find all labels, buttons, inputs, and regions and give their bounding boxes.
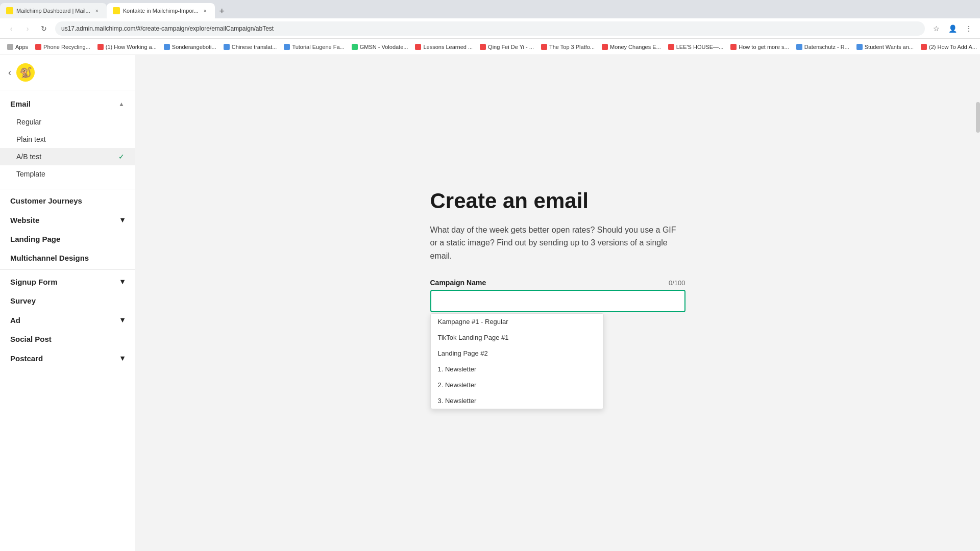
customer-journeys-label: Customer Journeys: [10, 196, 82, 205]
ad-label: Ad: [10, 316, 20, 324]
menu-button[interactable]: ⋮: [962, 21, 976, 36]
bookmark-label: Qing Fei De Yi - ...: [488, 44, 534, 50]
social-post-label: Social Post: [10, 335, 52, 343]
browser-tab-2[interactable]: Kontakte in Mailchimp-Impor... ×: [107, 3, 215, 18]
postcard-chevron-icon: ▾: [120, 354, 125, 363]
sidebar-item-template-label: Template: [16, 170, 45, 178]
autocomplete-item-3[interactable]: Landing Page #2: [431, 345, 603, 361]
email-section-header[interactable]: Email ▲: [0, 94, 135, 113]
bookmark-favicon: [284, 44, 290, 50]
browser-wrapper: Mailchimp Dashboard | Mail... × Kontakte…: [0, 0, 980, 551]
autocomplete-item-1[interactable]: Kampagne #1 - Regular: [431, 314, 603, 330]
bookmark-favicon: [7, 44, 13, 50]
sidebar-item-signup-form[interactable]: Signup Form ▾: [0, 272, 135, 291]
bookmark-label: LEE'S HOUSE—...: [676, 44, 724, 50]
bookmark-item[interactable]: (2) How To Add A...: [918, 43, 980, 51]
page-title: Create an email: [430, 189, 685, 213]
website-chevron-icon: ▾: [120, 215, 125, 224]
bookmark-favicon: [480, 44, 486, 50]
bookmark-item[interactable]: Tutorial Eugene Fa...: [281, 43, 347, 51]
bookmark-favicon: [921, 44, 927, 50]
bookmark-item[interactable]: Money Changes E...: [599, 43, 664, 51]
bookmark-favicon: [796, 44, 802, 50]
sidebar-item-plain-text[interactable]: Plain text: [0, 131, 135, 148]
back-button[interactable]: ‹: [4, 21, 18, 36]
sidebar-item-social-post[interactable]: Social Post: [0, 330, 135, 348]
bookmark-item[interactable]: Phone Recycling...: [32, 43, 93, 51]
campaign-name-label: Campaign Name: [430, 279, 486, 287]
sidebar-item-website[interactable]: Website ▾: [0, 210, 135, 230]
autocomplete-item-2[interactable]: TikTok Landing Page #1: [431, 330, 603, 345]
bookmark-label: Money Changes E...: [610, 44, 661, 50]
ad-chevron-icon: ▾: [120, 315, 125, 324]
email-section: Email ▲ Regular Plain text A/B test ✓ Te…: [0, 90, 135, 187]
sidebar-item-customer-journeys[interactable]: Customer Journeys: [0, 191, 135, 210]
email-chevron-icon: ▲: [118, 101, 125, 108]
browser-toolbar: ‹ › ↻ us17.admin.mailchimp.com/#/create-…: [0, 18, 980, 39]
content-card: Create an email What day of the week get…: [430, 189, 685, 418]
forward-button[interactable]: ›: [20, 21, 35, 36]
bookmark-label: Lessons Learned ...: [423, 44, 473, 50]
address-text: us17.admin.mailchimp.com/#/create-campai…: [61, 25, 274, 32]
bookmark-label: Chinese translat...: [232, 44, 277, 50]
bookmark-item[interactable]: Apps: [4, 43, 31, 51]
mailchimp-logo: 🐒: [16, 63, 35, 82]
landing-page-label: Landing Page: [10, 235, 60, 243]
sidebar-back-button[interactable]: ‹: [8, 67, 11, 78]
bookmark-item[interactable]: Student Wants an...: [853, 43, 917, 51]
bookmark-favicon: [856, 44, 863, 50]
bookmark-item[interactable]: Chinese translat...: [220, 43, 280, 51]
browser-tab-1[interactable]: Mailchimp Dashboard | Mail... ×: [0, 3, 107, 18]
tab-close-1[interactable]: ×: [93, 7, 101, 14]
bookmark-label: Sonderangeboti...: [172, 44, 216, 50]
bookmark-item[interactable]: How to get more s...: [727, 43, 792, 51]
sidebar-header: ‹ 🐒: [0, 55, 135, 90]
form-label-row: Campaign Name 0/100: [430, 279, 685, 287]
sidebar-item-regular-label: Regular: [16, 118, 41, 126]
signup-form-label: Signup Form: [10, 278, 58, 286]
bookmark-item[interactable]: The Top 3 Platfo...: [538, 43, 598, 51]
bookmark-item[interactable]: Lessons Learned ...: [412, 43, 476, 51]
bookmark-item[interactable]: GMSN - Volodate...: [349, 43, 411, 51]
sidebar-item-plain-text-label: Plain text: [16, 135, 46, 143]
bookmark-item[interactable]: Qing Fei De Yi - ...: [477, 43, 537, 51]
campaign-name-input[interactable]: [430, 290, 685, 312]
tab-close-2[interactable]: ×: [202, 7, 209, 14]
reload-button[interactable]: ↻: [37, 21, 51, 36]
sidebar-item-multichannel-designs[interactable]: Multichannel Designs: [0, 248, 135, 267]
sidebar-item-survey[interactable]: Survey: [0, 291, 135, 310]
sidebar-item-ad[interactable]: Ad ▾: [0, 310, 135, 330]
bookmark-button[interactable]: ☆: [929, 21, 943, 36]
new-tab-button[interactable]: +: [215, 4, 229, 18]
bookmark-item[interactable]: Sonderangeboti...: [161, 43, 219, 51]
email-section-title: Email: [10, 99, 31, 108]
postcard-label: Postcard: [10, 354, 43, 363]
tab-title-2: Kontakte in Mailchimp-Impor...: [123, 8, 199, 14]
bookmark-item[interactable]: (1) How Working a...: [94, 43, 160, 51]
scroll-handle[interactable]: [976, 102, 980, 133]
bookmark-favicon: [35, 44, 41, 50]
bookmarks-bar: AppsPhone Recycling...(1) How Working a.…: [0, 39, 980, 55]
autocomplete-dropdown: Kampagne #1 - Regular TikTok Landing Pag…: [430, 313, 604, 409]
main-content: Create an email What day of the week get…: [135, 55, 980, 551]
bookmark-favicon: [224, 44, 230, 50]
sidebar-item-ab-test-label: A/B test: [16, 153, 41, 161]
ab-test-check-icon: ✓: [118, 153, 125, 161]
autocomplete-item-4[interactable]: 1. Newsletter: [431, 361, 603, 377]
bookmark-favicon: [730, 44, 737, 50]
sidebar-item-template[interactable]: Template: [0, 165, 135, 183]
bookmark-favicon: [668, 44, 674, 50]
sidebar-item-postcard[interactable]: Postcard ▾: [0, 348, 135, 368]
autocomplete-item-6[interactable]: 3. Newsletter: [431, 393, 603, 409]
sidebar-item-ab-test[interactable]: A/B test ✓: [0, 148, 135, 165]
tab-favicon-2: [113, 7, 120, 14]
sidebar-item-regular[interactable]: Regular: [0, 113, 135, 131]
bookmark-favicon: [602, 44, 608, 50]
bookmark-favicon: [97, 44, 104, 50]
autocomplete-item-5[interactable]: 2. Newsletter: [431, 377, 603, 393]
address-bar[interactable]: us17.admin.mailchimp.com/#/create-campai…: [55, 21, 925, 36]
sidebar-item-landing-page[interactable]: Landing Page: [0, 230, 135, 248]
bookmark-item[interactable]: LEE'S HOUSE—...: [665, 43, 727, 51]
bookmark-item[interactable]: Datenschutz - R...: [793, 43, 852, 51]
profile-button[interactable]: 👤: [945, 21, 960, 36]
